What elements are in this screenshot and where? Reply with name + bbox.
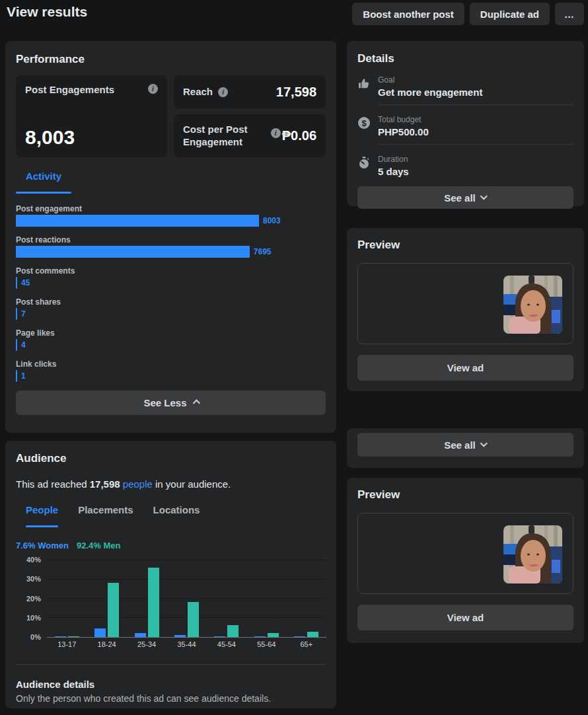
activity-bar-item: Post reactions7695 — [16, 235, 326, 258]
x-axis-tick: 35-44 — [166, 640, 206, 648]
total-budget-label: Total budget — [378, 115, 429, 124]
see-all-label: See all — [444, 439, 476, 451]
performance-card: Performance Post Engagements i 8,003 Rea… — [5, 41, 336, 433]
activity-bar-value: 4 — [21, 340, 26, 350]
svg-text:$: $ — [361, 118, 367, 128]
see-less-button[interactable]: See Less — [16, 391, 326, 415]
preview-card-2: Preview — [347, 478, 584, 643]
duration-row: Duration 5 days — [357, 155, 573, 177]
demographics-x-labels: 13-1718-2425-3435-4445-5455-6465+ — [47, 640, 326, 648]
view-ad-button[interactable]: View ad — [357, 605, 573, 630]
tab-locations-label: Locations — [153, 504, 200, 515]
tab-activity[interactable]: Activity — [16, 170, 71, 194]
activity-bar-item: Link clicks1 — [16, 359, 326, 382]
activity-bar-item: Post shares7 — [16, 297, 326, 320]
demographics-bar-men — [227, 625, 239, 637]
metric-grid: Post Engagements i 8,003 Reach i 17,598 — [16, 75, 326, 157]
demographics-bar-group — [166, 602, 206, 637]
info-icon[interactable]: i — [218, 87, 228, 97]
x-axis-tick: 18-24 — [87, 640, 126, 648]
activity-bar-value: 7 — [21, 309, 26, 319]
duplicate-ad-button[interactable]: Duplicate ad — [470, 3, 550, 25]
x-axis-tick: 25-34 — [127, 640, 166, 648]
view-ad-button[interactable]: View ad — [357, 355, 573, 381]
sentence-suffix: in your audience. — [155, 478, 231, 490]
ad-thumbnail — [503, 276, 562, 334]
chevron-up-icon — [192, 399, 200, 406]
view-ad-label: View ad — [447, 612, 484, 623]
divider — [378, 144, 573, 145]
x-axis-tick: 55-64 — [246, 640, 286, 648]
demographics-bar-men — [188, 602, 199, 637]
audience-tabs: People Placements Locations — [16, 504, 326, 527]
activity-bar — [16, 339, 17, 351]
activity-bar-value: 45 — [21, 278, 30, 287]
cost-per-engagement-metric: Cost per Post Engagement i ₱0.06 — [174, 114, 326, 157]
duration-label: Duration — [378, 155, 409, 164]
more-options-button[interactable]: … — [555, 3, 584, 25]
demographics-bar-women — [94, 628, 106, 637]
tab-activity-label: Activity — [26, 170, 61, 182]
boost-another-post-button[interactable]: Boost another post — [352, 3, 464, 25]
sentence-prefix: This ad reached — [16, 478, 90, 490]
activity-bar-value: 8003 — [263, 216, 281, 225]
activity-bar — [16, 370, 17, 382]
activity-bar-item: Post engagement8003 — [16, 204, 326, 227]
audience-details-title: Audience details — [16, 679, 326, 690]
goal-label: Goal — [378, 75, 482, 85]
activity-bar-item: Page likes4 — [16, 328, 326, 351]
activity-bar — [16, 308, 17, 320]
view-ad-label: View ad — [447, 362, 484, 373]
legend-women: 7.6% Women — [16, 541, 69, 550]
divider — [378, 104, 573, 105]
dollar-circle-icon: $ — [357, 115, 371, 137]
y-axis-tick: 0% — [16, 633, 41, 641]
gridline — [47, 637, 326, 638]
activity-bar-value: 1 — [21, 371, 26, 381]
y-axis-tick: 30% — [16, 575, 41, 583]
activity-bar-label: Post engagement — [16, 204, 326, 213]
demographics-chart: 0%10%20%30%40% 13-1718-2425-3435-4445-54… — [16, 560, 326, 648]
info-icon[interactable]: i — [148, 84, 158, 94]
thumbs-up-icon — [357, 75, 371, 98]
left-column: Performance Post Engagements i 8,003 Rea… — [5, 41, 336, 708]
tab-locations[interactable]: Locations — [143, 504, 210, 527]
details-title: Details — [357, 52, 573, 65]
tab-placements-label: Placements — [78, 504, 133, 515]
x-axis-tick: 45-54 — [207, 640, 246, 648]
collapsed-details-card: See all — [347, 428, 584, 468]
activity-bar — [16, 215, 259, 227]
demographics-plot: 0%10%20%30%40% — [47, 560, 326, 637]
demographics-bar-group — [87, 583, 126, 637]
info-icon[interactable]: i — [271, 128, 281, 138]
details-card: Details Goal Get more engagement $ Total… — [347, 41, 584, 206]
tab-placements[interactable]: Placements — [68, 504, 143, 527]
goal-row: Goal Get more engagement — [357, 75, 573, 98]
demographics-bar-men — [108, 583, 119, 637]
stopwatch-icon — [357, 155, 371, 177]
preview-title: Preview — [357, 488, 573, 502]
tab-people[interactable]: People — [16, 504, 68, 527]
cost-per-engagement-value: ₱0.06 — [282, 128, 316, 143]
x-axis-tick: 13-17 — [47, 640, 87, 648]
legend-men: 92.4% Men — [77, 541, 120, 550]
divider — [16, 664, 326, 665]
total-budget-value: PHP500.00 — [378, 126, 429, 137]
activity-bar-label: Post comments — [16, 266, 326, 276]
chevron-down-icon — [480, 192, 487, 200]
activity-bar-label: Post shares — [16, 297, 326, 307]
see-all-button[interactable]: See all — [357, 433, 573, 457]
y-axis-tick: 10% — [16, 614, 41, 622]
activity-bars: Post engagement8003Post reactions7695Pos… — [16, 204, 326, 382]
activity-bar-label: Post reactions — [16, 235, 326, 245]
see-all-button[interactable]: See all — [357, 186, 573, 209]
active-tab-underline — [16, 192, 71, 194]
performance-title: Performance — [16, 53, 326, 66]
people-link[interactable]: people — [120, 478, 155, 490]
post-engagements-metric: Post Engagements i 8,003 — [16, 75, 167, 157]
reach-value: 17,598 — [276, 85, 316, 100]
activity-bar — [16, 277, 17, 289]
header-actions: Boost another post Duplicate ad … — [352, 3, 584, 25]
active-tab-underline — [26, 525, 58, 527]
goal-value: Get more engagement — [378, 87, 482, 98]
